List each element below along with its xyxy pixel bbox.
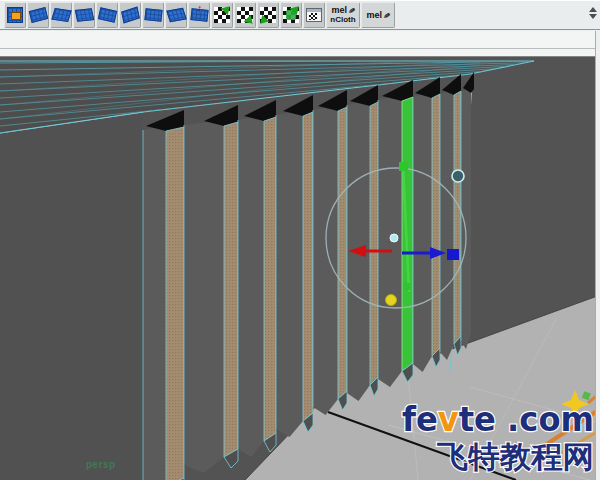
shelf-toolbar: ↑ mel✎ nCloth mel✎ (0, 0, 600, 30)
left-wall (0, 112, 143, 480)
slat-side-face (143, 125, 166, 480)
slat-3[interactable] (264, 117, 276, 441)
blue-poly-plane-icon-7[interactable] (165, 2, 187, 28)
checker-flag-green-arrow-icon-2[interactable] (234, 2, 256, 28)
slat-5[interactable] (338, 107, 347, 399)
poly-glyph (97, 7, 116, 22)
yellow-center-handle[interactable] (386, 295, 397, 306)
poly-glyph (28, 7, 47, 23)
slat-side-face (184, 120, 224, 473)
checker-glyph (283, 7, 299, 23)
slat-4[interactable] (303, 112, 313, 421)
checker-flag-green-arrow-icon-3[interactable] (257, 2, 279, 28)
window-glyph (306, 8, 322, 22)
blue-poly-plane-icon-1[interactable] (27, 2, 49, 28)
blue-poly-red-arrow-icon[interactable]: ↑ (188, 2, 210, 28)
green-handle-top[interactable] (399, 162, 408, 171)
pen-icon: ✎ (381, 11, 391, 19)
mel-sublabel: nCloth (330, 15, 355, 24)
poly-glyph (74, 8, 93, 22)
checker-glyph (237, 7, 253, 23)
green-arrow-glyph (244, 15, 257, 28)
blue-grid-plane-icon[interactable] (4, 2, 26, 28)
blue-poly-plane-icon-3[interactable] (73, 2, 95, 28)
checker-glyph (214, 7, 230, 23)
slat-side-face (440, 89, 454, 360)
watermark-line2: 飞特教程网 (436, 439, 594, 474)
pen-icon: ✎ (346, 6, 356, 14)
camera-label: persp (86, 459, 116, 470)
watermark-line1: fevte .com (402, 399, 594, 439)
poly-glyph (121, 6, 140, 23)
slat-side-face (313, 105, 338, 415)
slat-2[interactable] (224, 122, 238, 457)
blue-poly-plane-icon-2[interactable] (50, 2, 72, 28)
slat-side-face (276, 110, 303, 437)
window-checker-glyph (309, 13, 317, 20)
blue-poly-plane-icon-5[interactable] (119, 2, 141, 28)
blue-poly-plane-icon-6[interactable] (142, 2, 164, 28)
orange-chip (11, 12, 21, 20)
window-titlebar-glyph (307, 9, 321, 12)
checker-glyph (260, 7, 276, 23)
scrollbar-strip[interactable] (595, 31, 600, 480)
manipulator-ring-handle[interactable] (452, 170, 464, 182)
mel-label: mel (331, 6, 347, 15)
shelf-scroll-up-icon[interactable] (589, 7, 597, 12)
slat-9[interactable] (454, 91, 461, 344)
grid-plane-glyph (7, 7, 23, 23)
red-arrow-glyph: ↑ (197, 3, 203, 14)
pivot-point[interactable] (390, 234, 398, 242)
shelf-scroll-arrows (588, 5, 598, 27)
slat-8[interactable] (432, 94, 440, 356)
blue-poly-plane-icon-4[interactable] (96, 2, 118, 28)
green-arrow-glyph (221, 3, 234, 16)
poly-glyph (51, 8, 71, 22)
app-window: ↑ mel✎ nCloth mel✎ (0, 0, 600, 480)
mel-script-button[interactable]: mel✎ (361, 2, 395, 28)
poly-glyph (144, 8, 162, 22)
slat-side-face (378, 95, 402, 387)
viewport-3d[interactable]: persp fevte .com 飞特教程网 (0, 57, 600, 480)
mel-script-button-ncloth[interactable]: mel✎ nCloth (326, 2, 360, 28)
checker-green-face-icon[interactable] (280, 2, 302, 28)
slat-6[interactable] (370, 102, 378, 385)
mel-label: mel (366, 11, 382, 20)
shelf-scroll-down-icon[interactable] (589, 14, 597, 19)
green-arrow-glyph (257, 15, 270, 28)
checker-flag-green-arrow-icon-1[interactable] (211, 2, 233, 28)
slat-1[interactable] (166, 127, 184, 480)
blue-cube-handle[interactable] (447, 249, 459, 260)
scene-canvas[interactable]: persp fevte .com 飞特教程网 (0, 57, 600, 480)
separator-groove (0, 48, 600, 49)
green-handle-bottom[interactable] (403, 283, 410, 290)
poly-glyph (166, 8, 186, 22)
checker-window-icon[interactable] (303, 2, 325, 28)
slat-side-face (238, 115, 264, 457)
slat-side-face (413, 92, 432, 372)
shelf-separator-band (0, 31, 600, 57)
